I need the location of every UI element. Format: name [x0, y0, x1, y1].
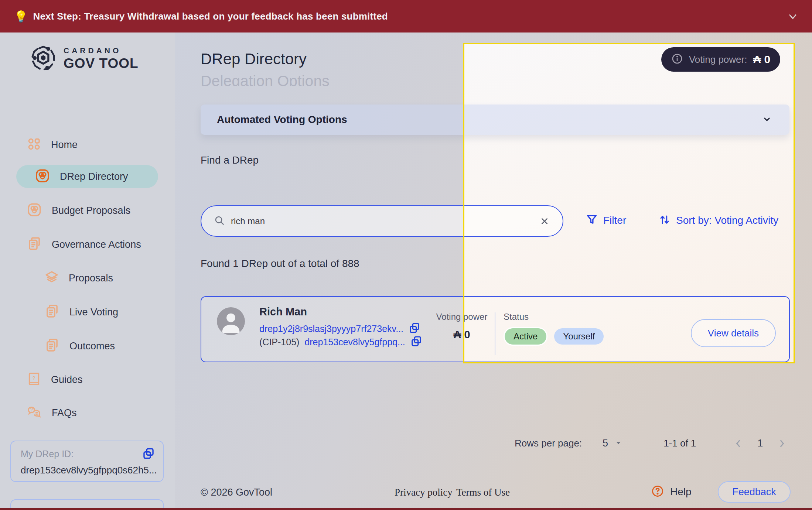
- bottom-red-line: [0, 508, 812, 510]
- sidebar-item-proposals[interactable]: Proposals: [0, 267, 175, 289]
- chevron-down-icon[interactable]: [786, 10, 799, 24]
- ghost-heading: Delegation Options: [201, 72, 330, 86]
- sidebar-item-outcomes[interactable]: Outcomes: [0, 335, 175, 357]
- sidebar-item-label: Proposals: [69, 273, 113, 284]
- sort-button[interactable]: Sort by: Voting Activity: [658, 213, 778, 227]
- sidebar-item-live-voting[interactable]: Live Voting: [0, 301, 175, 323]
- search-icon: [214, 215, 225, 227]
- pagination: Rows per page: 5 1-1 of 1 1: [515, 438, 787, 449]
- sidebar-item-label: Home: [51, 139, 78, 151]
- rows-per-page-value: 5: [603, 438, 608, 449]
- cip105-prefix: (CIP-105): [259, 337, 299, 348]
- sidebar-item-label: Outcomes: [69, 340, 115, 352]
- sidebar-item-label: FAQs: [52, 407, 77, 419]
- sidebar-item-governance-actions[interactable]: Governance Actions: [0, 233, 175, 256]
- svg-text:?: ?: [32, 375, 35, 381]
- sidebar-item-label: Budget Proposals: [52, 205, 130, 216]
- feedback-button[interactable]: Feedback: [718, 481, 791, 503]
- status-badge-yourself: Yourself: [554, 328, 604, 345]
- my-drep-id-box: My DRep ID: drep153cev8lvy5gfppq0s62h5..…: [10, 441, 164, 482]
- document-stack-icon: [44, 338, 60, 355]
- copy-icon[interactable]: [410, 335, 422, 349]
- drep-id-label: My DRep ID:: [21, 449, 153, 459]
- view-details-button[interactable]: View details: [691, 319, 776, 347]
- voting-power-pill: Voting power: ₳ 0: [661, 47, 780, 72]
- accordion-label: Automated Voting Options: [217, 114, 347, 126]
- clear-search-icon[interactable]: [539, 216, 550, 227]
- sidebar-item-home[interactable]: Home: [0, 134, 175, 156]
- cardano-logo-icon: [30, 44, 57, 73]
- drep-search-box: [201, 205, 563, 237]
- card-voting-power-label: Voting power: [427, 312, 497, 322]
- guide-book-icon: ?: [27, 372, 41, 388]
- grid-icon: [27, 137, 41, 153]
- drep-directory-icon: [35, 168, 50, 185]
- copy-icon[interactable]: [142, 447, 155, 461]
- find-drep-heading: Find a DRep: [201, 154, 259, 166]
- banner-text: Next Step: Treasury Withdrawal based on …: [33, 11, 388, 22]
- layers-icon: [44, 270, 59, 286]
- document-stack-icon: [27, 236, 42, 253]
- sidebar-item-guides[interactable]: ? Guides: [0, 369, 175, 391]
- filter-label: Filter: [603, 215, 626, 226]
- chevron-down-icon: [761, 113, 773, 127]
- sidebar-item-label: Governance Actions: [52, 239, 141, 250]
- status-badge-active: Active: [504, 327, 547, 346]
- drep-name: Rich Man: [259, 306, 307, 318]
- terms-of-use-link[interactable]: Terms of Use: [456, 487, 510, 498]
- help-label: Help: [670, 486, 692, 498]
- caret-down-icon: [614, 438, 623, 449]
- voting-power-label: Voting power:: [689, 54, 747, 65]
- avatar: [217, 307, 245, 335]
- drep-id-link[interactable]: drep1y2j8r9slasj3pyyyp7rf273ekv...: [259, 324, 403, 334]
- drep-card: Rich Man drep1y2j8r9slasj3pyyyp7rf273ekv…: [201, 296, 790, 362]
- results-count: Found 1 DRep out of a total of 888: [201, 258, 359, 270]
- search-input[interactable]: [231, 216, 539, 226]
- privacy-policy-link[interactable]: Privacy policy: [395, 487, 453, 498]
- previous-page-icon[interactable]: [733, 438, 744, 449]
- page-title: DRep Directory: [201, 50, 307, 68]
- sort-label: Sort by: Voting Activity: [676, 215, 778, 226]
- bulb-icon: 💡: [14, 10, 28, 23]
- govtool-app: 💡 Next Step: Treasury Withdrawal based o…: [0, 0, 812, 510]
- info-icon[interactable]: [671, 53, 683, 66]
- filter-button[interactable]: Filter: [586, 213, 626, 227]
- sidebar-item-label: Guides: [51, 374, 83, 386]
- card-voting-power-value: ₳ 0: [427, 329, 497, 341]
- notification-banner[interactable]: 💡 Next Step: Treasury Withdrawal based o…: [0, 0, 812, 32]
- sidebar: CARDANO GOV TOOL Home DRep Directory: [0, 32, 175, 510]
- budget-proposals-icon: [27, 202, 42, 219]
- help-button[interactable]: Help: [651, 485, 692, 499]
- current-page-number[interactable]: 1: [757, 438, 763, 449]
- next-page-icon[interactable]: [776, 438, 787, 449]
- divider: [495, 312, 495, 355]
- logo-cardano-text: CARDANO: [64, 46, 139, 55]
- govtool-logo[interactable]: CARDANO GOV TOOL: [30, 44, 139, 73]
- filter-funnel-icon: [586, 213, 598, 227]
- status-label: Status: [504, 312, 529, 322]
- logo-govtool-text: GOV TOOL: [64, 56, 139, 71]
- faq-chat-icon: ?: [27, 404, 42, 421]
- help-question-icon: [651, 485, 664, 499]
- copyright-text: © 2026 GovTool: [201, 487, 272, 498]
- sidebar-item-drep-directory[interactable]: DRep Directory: [16, 165, 158, 188]
- drep-id-cip105-link[interactable]: drep153cev8lvy5gfppq...: [304, 337, 405, 348]
- sidebar-item-budget-proposals[interactable]: Budget Proposals: [0, 199, 175, 222]
- copy-icon[interactable]: [409, 322, 420, 335]
- sidebar-item-label: DRep Directory: [60, 171, 128, 182]
- sort-arrows-icon: [658, 213, 671, 227]
- svg-text:?: ?: [30, 407, 33, 413]
- document-stack-icon: [44, 304, 60, 321]
- rows-per-page-select[interactable]: 5: [603, 438, 623, 449]
- drep-id-value: drep153cev8lvy5gfppq0s62h5...: [21, 465, 153, 476]
- sidebar-item-label: Live Voting: [69, 307, 118, 318]
- rows-per-page-label: Rows per page:: [515, 438, 582, 449]
- pagination-range: 1-1 of 1: [663, 438, 696, 449]
- automated-voting-options-accordion[interactable]: Automated Voting Options: [201, 105, 789, 135]
- voting-power-value: ₳ 0: [753, 53, 770, 66]
- sidebar-item-faqs[interactable]: ? FAQs: [0, 402, 175, 424]
